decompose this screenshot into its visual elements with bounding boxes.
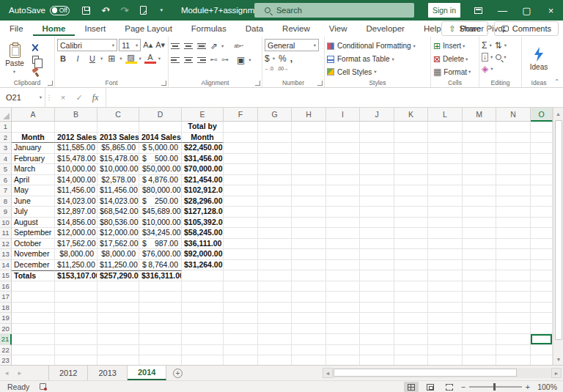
number-dialog-launcher[interactable] bbox=[317, 81, 323, 86]
cell-B6[interactable]: $14,000.00 bbox=[55, 175, 97, 186]
cell-F9[interactable] bbox=[224, 207, 258, 218]
cell-L12[interactable] bbox=[428, 239, 463, 250]
bold-button[interactable]: B bbox=[57, 53, 69, 64]
row-header-8[interactable]: 8 bbox=[0, 196, 12, 207]
tab-review[interactable]: Review bbox=[273, 22, 320, 36]
cell-O6[interactable] bbox=[531, 175, 553, 186]
cell-E16[interactable] bbox=[182, 281, 224, 292]
cell-K12[interactable] bbox=[394, 239, 428, 250]
cell-M11[interactable] bbox=[463, 228, 496, 239]
cell-H2[interactable] bbox=[292, 133, 326, 144]
cell-H12[interactable] bbox=[292, 239, 326, 250]
tab-file[interactable]: File bbox=[0, 22, 33, 36]
cell-H21[interactable] bbox=[292, 334, 326, 345]
cell-N22[interactable] bbox=[496, 345, 531, 356]
cell-A22[interactable] bbox=[12, 345, 55, 356]
cell-D4[interactable]: $500.00 bbox=[139, 154, 182, 165]
cell-K23[interactable] bbox=[394, 355, 428, 365]
cell-C19[interactable] bbox=[97, 313, 139, 324]
cell-L19[interactable] bbox=[428, 313, 463, 324]
cell-I9[interactable] bbox=[326, 207, 360, 218]
delete-cells-button[interactable]: ⊠ Delete ▾ bbox=[433, 53, 476, 65]
cell-I3[interactable] bbox=[326, 143, 360, 154]
cell-D11[interactable]: $34,245.00 bbox=[139, 228, 182, 239]
borders-dropdown-icon[interactable]: ▾ bbox=[119, 56, 122, 62]
cell-F23[interactable] bbox=[224, 355, 258, 365]
cell-E19[interactable] bbox=[182, 313, 224, 324]
row-header-19[interactable]: 19 bbox=[0, 313, 12, 324]
cell-F15[interactable] bbox=[224, 270, 258, 281]
fill-color-button[interactable]: ▨ bbox=[125, 53, 137, 64]
cell-F8[interactable] bbox=[224, 196, 258, 207]
cell-I1[interactable] bbox=[326, 122, 360, 133]
cell-G19[interactable] bbox=[258, 313, 292, 324]
cell-L14[interactable] bbox=[428, 260, 463, 271]
cell-C8[interactable]: $14,023.00 bbox=[97, 196, 139, 207]
name-box[interactable]: O21 ▾ bbox=[0, 88, 45, 107]
cell-O14[interactable] bbox=[531, 260, 553, 271]
cell-J16[interactable] bbox=[360, 281, 394, 292]
cell-K14[interactable] bbox=[394, 260, 428, 271]
maximize-button[interactable]: ▢ bbox=[515, 0, 539, 21]
row-header-6[interactable]: 6 bbox=[0, 175, 12, 186]
cell-L18[interactable] bbox=[428, 303, 463, 314]
cell-K5[interactable] bbox=[394, 164, 428, 175]
cell-M15[interactable] bbox=[463, 270, 496, 281]
insert-cells-button[interactable]: ⊞ Insert ▾ bbox=[433, 40, 476, 52]
cell-F11[interactable] bbox=[224, 228, 258, 239]
bottom-align-button[interactable] bbox=[197, 43, 206, 49]
cell-I18[interactable] bbox=[326, 303, 360, 314]
cell-D12[interactable]: $987.00 bbox=[139, 239, 182, 250]
merge-center-dropdown-icon[interactable]: ▾ bbox=[249, 57, 251, 63]
cell-C10[interactable]: $80,536.00 bbox=[97, 218, 139, 229]
cell-I2[interactable] bbox=[326, 133, 360, 144]
clear-dropdown-icon[interactable]: ▾ bbox=[490, 66, 493, 72]
autosum-button[interactable]: Σ bbox=[482, 40, 487, 51]
cell-B8[interactable]: $14,023.00 bbox=[55, 196, 97, 207]
column-header-K[interactable]: K bbox=[394, 108, 428, 122]
font-name-select[interactable]: Calibri▾ bbox=[57, 39, 117, 51]
cell-L17[interactable] bbox=[428, 292, 463, 303]
column-header-A[interactable]: A bbox=[12, 108, 55, 122]
cell-D1[interactable] bbox=[139, 122, 182, 133]
cell-G3[interactable] bbox=[258, 143, 292, 154]
row-header-9[interactable]: 9 bbox=[0, 207, 12, 218]
cell-N4[interactable] bbox=[496, 154, 531, 165]
normal-view-button[interactable] bbox=[404, 382, 419, 392]
cell-B19[interactable] bbox=[55, 313, 97, 324]
cell-E5[interactable]: $70,000.00 bbox=[182, 164, 224, 175]
column-header-F[interactable]: F bbox=[224, 108, 258, 122]
cell-M23[interactable] bbox=[463, 355, 496, 365]
cell-G10[interactable] bbox=[258, 218, 292, 229]
cell-C16[interactable] bbox=[97, 281, 139, 292]
cell-J8[interactable] bbox=[360, 196, 394, 207]
cell-O5[interactable] bbox=[531, 164, 553, 175]
cell-D22[interactable] bbox=[139, 345, 182, 356]
cell-K18[interactable] bbox=[394, 303, 428, 314]
cell-D15[interactable]: $316,311.00 bbox=[139, 270, 182, 281]
redo-button[interactable]: ↷▾ bbox=[117, 2, 133, 18]
cell-H7[interactable] bbox=[292, 185, 326, 196]
cell-C3[interactable]: $5,865.00 bbox=[97, 143, 139, 154]
cell-C23[interactable] bbox=[97, 355, 139, 365]
cell-D8[interactable]: $250.00 bbox=[139, 196, 182, 207]
cell-A14[interactable]: December bbox=[12, 260, 55, 271]
cell-C11[interactable]: $12,000.00 bbox=[97, 228, 139, 239]
column-header-I[interactable]: I bbox=[326, 108, 360, 122]
zoom-out-button[interactable]: − bbox=[461, 382, 466, 391]
cell-C9[interactable]: $68,542.00 bbox=[97, 207, 139, 218]
cell-B21[interactable] bbox=[55, 334, 97, 345]
cell-G21[interactable] bbox=[258, 334, 292, 345]
cell-E1[interactable]: Total by bbox=[182, 122, 224, 133]
cell-A10[interactable]: August bbox=[12, 218, 55, 229]
cell-M16[interactable] bbox=[463, 281, 496, 292]
conditional-formatting-button[interactable]: Conditional Formatting ▾ bbox=[327, 40, 428, 52]
cell-M6[interactable] bbox=[463, 175, 496, 186]
cell-F22[interactable] bbox=[224, 345, 258, 356]
cell-D19[interactable] bbox=[139, 313, 182, 324]
cell-I12[interactable] bbox=[326, 239, 360, 250]
accounting-dropdown-icon[interactable]: ▾ bbox=[273, 56, 275, 62]
cell-K4[interactable] bbox=[394, 154, 428, 165]
top-align-button[interactable] bbox=[171, 43, 180, 49]
cell-E7[interactable]: $102,912.00 bbox=[182, 185, 224, 196]
